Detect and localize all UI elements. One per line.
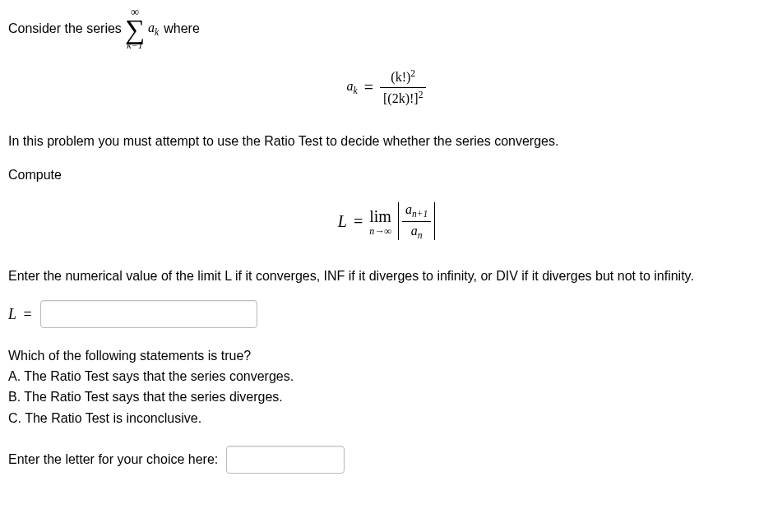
equals-sign-2: = [354,210,363,234]
abs-bar-right [434,202,435,240]
sigma-lower: k=1 [127,40,142,50]
ratio-denominator: an [408,224,426,241]
sigma-symbol: ∑ [125,18,145,40]
ak-numerator: (k!)2 [387,68,419,86]
mc-option-b: B. The Ratio Test says that the series d… [8,387,765,406]
choice-input-row: Enter the letter for your choice here: [8,446,765,474]
ratio-test-instruction: In this problem you must attempt to use … [8,132,765,150]
abs-value: an+1 an [398,202,435,242]
ratio-fraction: an+1 an [402,202,431,242]
L-var: L [338,210,347,234]
intro-line: Consider the series ∞ ∑ k=1 ak where [8,7,765,50]
abs-bar-left [398,202,399,240]
L-input[interactable] [40,300,257,328]
ak-denominator: [(2k)!]2 [380,90,426,107]
intro-text-1: Consider the series [8,19,122,38]
ratio-numerator: an+1 [402,202,431,220]
mc-question: Which of the following statements is tru… [8,346,765,365]
choice-prompt: Enter the letter for your choice here: [8,450,218,469]
mc-option-c: C. The Ratio Test is inconclusive. [8,409,765,428]
limit-operator: lim n→∞ [369,208,391,236]
mc-option-a: A. The Ratio Test says that the series c… [8,367,765,386]
sigma-summation: ∞ ∑ k=1 [125,7,145,50]
formula-ak: ak = (k!)2 [(2k)!]2 [8,68,765,106]
enter-limit-instruction: Enter the numerical value of the limit L… [8,266,765,285]
equals-sign: = [364,76,373,99]
choice-input[interactable] [226,446,345,474]
ak-lhs: ak [347,76,358,98]
formula-L: L = lim n→∞ an+1 an [8,202,765,242]
series-term: ak [148,18,159,39]
L-input-row: L = [8,300,765,328]
compute-label: Compute [8,165,765,184]
multiple-choice-block: Which of the following statements is tru… [8,346,765,428]
L-label: L = [8,303,32,325]
intro-text-2: where [164,19,200,38]
ak-fraction: (k!)2 [(2k)!]2 [380,68,426,106]
